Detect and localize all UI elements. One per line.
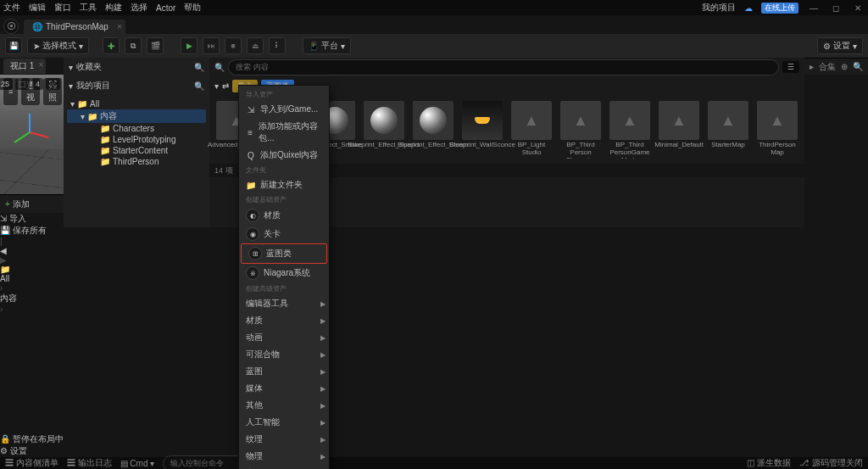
orientation-gizmo[interactable] <box>6 109 53 156</box>
context-menu[interactable]: 导入资产 ⇲导入到/Game...≡添加功能或内容包...Q添加Quixel内容… <box>238 85 330 469</box>
derived-data-button[interactable]: ◫ 派生数据 <box>747 457 791 469</box>
tree-row[interactable]: 📁StarterContent <box>67 145 206 156</box>
filter-button[interactable]: ☰ <box>782 61 799 73</box>
ctx-item[interactable]: 📁新建文件夹 <box>239 176 329 193</box>
asset-tile[interactable]: ThirdPerson Map <box>757 101 798 159</box>
menu-tools[interactable]: 工具 <box>80 2 97 14</box>
settings-button[interactable]: ⚙ 设置 ▾ <box>817 37 863 54</box>
filter-toggle[interactable]: ⇄ <box>222 81 229 91</box>
content-drawer-button[interactable]: ☰ 内容侧清单 <box>5 457 58 469</box>
source-tree[interactable]: ▾📁All▾📁内容📁Characters📁LevelPrototyping📁St… <box>64 95 209 170</box>
ctx-item[interactable]: ≡添加功能或内容包... <box>239 118 329 147</box>
ctx-item[interactable]: ◐材质 <box>239 206 329 225</box>
viewport-maximize[interactable]: ⛶ <box>46 78 60 90</box>
ctx-item[interactable]: 物理▶ <box>239 448 329 465</box>
tree-row[interactable]: 📁LevelPrototyping <box>67 134 206 145</box>
chevron-down-icon[interactable]: ▾ <box>69 81 73 91</box>
camera-speed-icon[interactable]: ⬚ <box>15 78 30 90</box>
scale-snap-value[interactable]: 0.25 <box>0 78 13 90</box>
import-button[interactable]: ⇲ 导入 <box>0 213 64 225</box>
favorites-label[interactable]: 收藏夹 <box>76 61 102 73</box>
ctx-item[interactable]: 媒体▶ <box>239 380 329 397</box>
document-tab[interactable]: 🌐 ThirdPersonMap × <box>24 20 125 34</box>
asset-tile[interactable]: Blueprint_WallSconce <box>462 101 503 159</box>
output-log-button[interactable]: ☰ 输出日志 <box>67 457 112 469</box>
asset-tile[interactable]: BP_Light Studio <box>511 101 552 159</box>
history-back[interactable]: ◀ <box>0 246 64 255</box>
window-maximize[interactable]: ◻ <box>829 3 843 13</box>
asset-tile[interactable]: Blueprint_Effect_Sparks <box>364 101 404 159</box>
menu-actor[interactable]: Actor <box>156 3 175 13</box>
ctx-item-niagara[interactable]: ※ Niagara系统 <box>239 264 329 282</box>
asset-tile[interactable]: Blueprint_Effect_Steam <box>413 101 453 159</box>
ctx-item[interactable]: ⇲导入到/Game... <box>239 101 329 118</box>
menu-window[interactable]: 窗口 <box>54 2 71 14</box>
close-icon[interactable]: × <box>39 60 44 70</box>
tree-row[interactable]: 📁ThirdPerson <box>67 156 206 167</box>
breadcrumb-all[interactable]: All <box>0 274 64 283</box>
collections-collapser[interactable]: ▸ 合集 ⊕ 🔍 <box>804 58 868 75</box>
ctx-item-blueprint-class[interactable]: ⊞ 蓝图类 <box>242 244 326 263</box>
platform-button[interactable]: 📱 平台 ▾ <box>303 37 351 54</box>
add-icon[interactable]: ⊕ <box>841 62 848 71</box>
asset-search-input[interactable]: 搜索 内容 <box>228 59 779 75</box>
skip-button[interactable]: ⏭ <box>203 37 220 54</box>
play-button[interactable]: ▶ <box>181 37 198 54</box>
window-minimize[interactable]: — <box>807 3 821 13</box>
add-button[interactable]: + 添加 <box>5 198 30 210</box>
viewport-tab[interactable]: 视口 1 × <box>3 59 46 74</box>
asset-tile[interactable]: StarterMap <box>708 101 748 159</box>
asset-tile[interactable]: BP_Third PersonGame Mode <box>609 101 650 159</box>
menu-help[interactable]: 帮助 <box>184 2 201 14</box>
add-actor-button[interactable]: ✚ <box>103 37 120 54</box>
close-icon[interactable]: × <box>117 22 122 31</box>
camera-speed-value[interactable]: 4 <box>32 78 43 90</box>
asset-label: Blueprint_WallSconce <box>449 142 515 149</box>
ctx-item[interactable]: ◉关卡 <box>239 225 329 243</box>
ctx-item[interactable]: 音效▶ <box>239 465 329 469</box>
ctx-item-icon: ◉ <box>246 227 259 241</box>
ctx-item[interactable]: 动画▶ <box>239 329 329 346</box>
asset-tile[interactable]: BP_Third Person Character <box>560 101 601 159</box>
ctx-item[interactable]: 蓝图▶ <box>239 363 329 380</box>
publish-button[interactable]: 在线上传 <box>761 3 798 14</box>
save-button[interactable]: 💾 <box>5 37 22 54</box>
eject-button[interactable]: ⏏ <box>247 37 264 54</box>
folder-icon[interactable]: 📁 <box>0 265 64 274</box>
search-icon[interactable]: 🔍 <box>194 63 204 72</box>
ctx-item[interactable]: 纹理▶ <box>239 431 329 448</box>
history-fwd[interactable]: ▶ <box>0 255 64 265</box>
myproject-label[interactable]: 我的项目 <box>76 80 110 92</box>
window-close[interactable]: ✕ <box>851 3 865 13</box>
search-icon[interactable]: 🔍 <box>853 62 863 71</box>
pause-layout-button[interactable]: 🔒 暂停在布局中 <box>0 433 64 445</box>
save-all-button[interactable]: 💾 保存所有 <box>0 225 64 237</box>
ctx-item[interactable]: 人工智能▶ <box>239 414 329 431</box>
ctx-item[interactable]: Q添加Quixel内容 <box>239 147 329 164</box>
ctx-item[interactable]: 可混合物▶ <box>239 346 329 363</box>
ctx-item[interactable]: 其他▶ <box>239 397 329 414</box>
search-icon[interactable]: 🔍 <box>194 81 204 91</box>
play-options-button[interactable]: ⠇ <box>269 37 286 54</box>
breadcrumb-content[interactable]: 内容 <box>0 293 64 304</box>
menu-edit[interactable]: 编辑 <box>29 2 46 14</box>
stop-button[interactable]: ■ <box>225 37 242 54</box>
menu-build[interactable]: 构建 <box>105 2 122 14</box>
tree-row[interactable]: 📁Characters <box>67 123 206 134</box>
menu-file[interactable]: 文件 <box>3 2 20 14</box>
marketplace-button[interactable]: ⧉ <box>125 37 142 54</box>
cloud-icon[interactable]: ☁ <box>744 3 753 13</box>
cb-settings-button[interactable]: ⚙ 设置 <box>0 445 64 457</box>
ctx-item[interactable]: 编辑器工具▶ <box>239 295 329 312</box>
ctx-item[interactable]: 材质▶ <box>239 312 329 329</box>
tree-row[interactable]: ▾📁内容 <box>67 109 206 123</box>
viewport[interactable]: ≡ 透视 光照 显示 ⊕ ↺ ⤢ ⊞ 10 ∠ 10° ● 0.25 ⬚ 4 ⛶ <box>0 75 64 194</box>
cinematics-button[interactable]: 🎬 <box>147 37 164 54</box>
select-mode-button[interactable]: ➤ 选择模式 ▾ <box>27 37 89 54</box>
tree-row[interactable]: ▾📁All <box>67 98 206 109</box>
asset-tile[interactable]: Minimal_Default <box>659 101 699 159</box>
menu-select[interactable]: 选择 <box>131 2 147 14</box>
chevron-down-icon[interactable]: ▾ <box>69 63 73 72</box>
source-control-button[interactable]: ⎇ 源码管理关闭 <box>799 457 863 469</box>
filter-icon[interactable]: ▾ <box>214 81 219 91</box>
